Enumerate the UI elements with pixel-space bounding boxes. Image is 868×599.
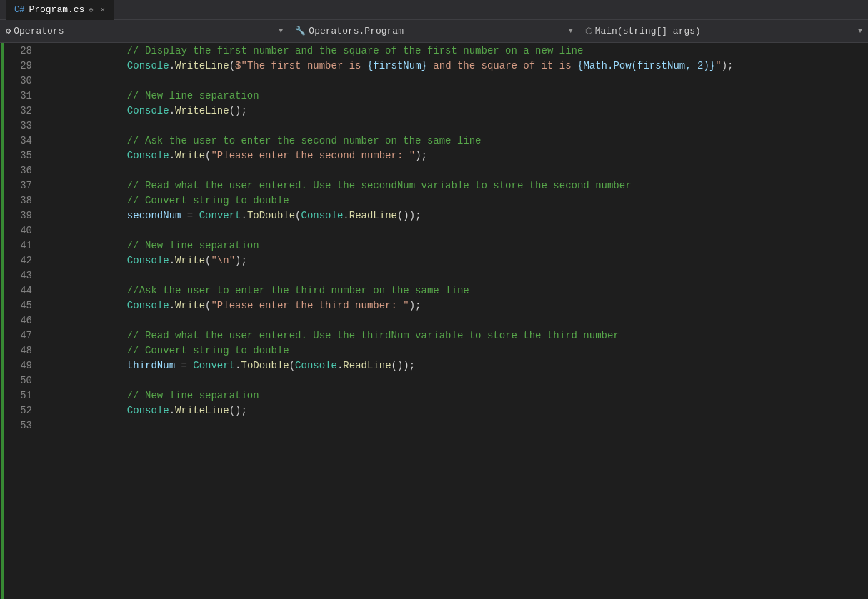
line-number: 34 (4, 134, 32, 149)
code-line: // Display the first number and the squa… (55, 44, 868, 59)
token-comment: // New line separation (127, 240, 259, 251)
token-class: Console (301, 210, 344, 221)
line-number: 30 (4, 74, 32, 89)
token-default: ( (229, 60, 235, 71)
method-icon: ⬡ (585, 26, 592, 36)
token-string: and the square of it is (427, 60, 577, 71)
token-string: "\n" (211, 255, 235, 266)
token-comment: // Display the first number and the squa… (127, 45, 584, 56)
token-default: . (169, 60, 175, 71)
code-line: Console.Write("\n"); (55, 253, 868, 268)
token-default: . (169, 300, 175, 311)
token-comment: // Read what the user entered. Use the t… (127, 330, 619, 341)
line-number: 39 (4, 208, 32, 223)
token-method: Write (175, 150, 205, 161)
token-class: Console (127, 105, 169, 116)
token-var: secondNum (127, 210, 181, 221)
token-method: WriteLine (175, 60, 229, 71)
method-dropdown[interactable]: ⬡ Main(string[] args) ▼ (579, 20, 868, 42)
method-selector[interactable]: ⬡ Main(string[] args) ▼ (579, 20, 868, 42)
line-number: 42 (4, 253, 32, 268)
token-method: Write (175, 255, 205, 266)
token-method: WriteLine (175, 405, 229, 416)
token-var: thirdNum (127, 360, 175, 371)
code-line: // New line separation (55, 89, 868, 104)
code-line (55, 223, 868, 238)
token-comment: // New line separation (127, 390, 259, 401)
line-number: 32 (4, 104, 32, 119)
change-indicator (1, 43, 4, 599)
token-class: Console (127, 150, 169, 161)
line-number: 47 (4, 328, 32, 343)
namespace-arrow: ▼ (279, 27, 283, 35)
code-editor: 2829303132333435363738394041424344454647… (0, 43, 868, 599)
line-number: 43 (4, 268, 32, 283)
tab-close-button[interactable]: × (100, 6, 105, 14)
token-class: Convert (199, 210, 241, 221)
token-default: ( (295, 210, 301, 221)
code-line (55, 74, 868, 89)
token-string: "Please enter the second number: " (211, 150, 415, 161)
class-selector[interactable]: 🔧 Operators.Program ▼ (289, 20, 579, 42)
token-interp: {firstNum} (367, 60, 427, 71)
token-default: . (169, 105, 175, 116)
token-comment: // Convert string to double (127, 345, 289, 356)
line-numbers-column: 2829303132333435363738394041424344454647… (4, 43, 41, 599)
token-comment: //Ask the user to enter the third number… (127, 285, 469, 296)
token-default: (); (229, 105, 247, 116)
class-dropdown[interactable]: 🔧 Operators.Program ▼ (289, 20, 578, 42)
token-class: Console (295, 360, 337, 371)
token-default: ); (235, 255, 247, 266)
token-default: (); (229, 405, 247, 416)
token-comment: // Read what the user entered. Use the s… (127, 180, 632, 191)
line-number: 46 (4, 313, 32, 328)
token-default: ); (722, 60, 734, 71)
code-line (55, 373, 868, 388)
token-default: . (169, 150, 175, 161)
token-default: . (169, 255, 175, 266)
namespace-icon: ⚙ (6, 26, 11, 36)
token-class: Console (127, 255, 169, 266)
code-line (55, 268, 868, 283)
namespace-dropdown[interactable]: ⚙ Operators ▼ (0, 20, 289, 42)
method-arrow: ▼ (858, 27, 862, 35)
line-number: 36 (4, 163, 32, 178)
class-arrow: ▼ (569, 27, 573, 35)
line-number: 29 (4, 59, 32, 74)
code-content-area[interactable]: // Display the first number and the squa… (52, 43, 868, 599)
editor-toolbar: ⚙ Operators ▼ 🔧 Operators.Program ▼ ⬡ Ma… (0, 20, 868, 43)
token-method: ToDouble (241, 360, 289, 371)
namespace-selector[interactable]: ⚙ Operators ▼ (0, 20, 289, 42)
token-default: . (241, 210, 246, 221)
line-number: 37 (4, 178, 32, 193)
code-line: Console.WriteLine(); (55, 403, 868, 418)
token-string: " (715, 60, 721, 71)
token-class: Convert (193, 360, 235, 371)
code-line (55, 418, 868, 433)
token-method: WriteLine (175, 105, 229, 116)
token-class: Console (127, 60, 169, 71)
file-tab[interactable]: C# Program.cs ⊕ × (6, 0, 114, 20)
code-line: secondNum = Convert.ToDouble(Console.Rea… (55, 208, 868, 223)
tab-pin-icon[interactable]: ⊕ (89, 6, 93, 14)
code-line: // Read what the user entered. Use the t… (55, 328, 868, 343)
token-default: ); (409, 300, 421, 311)
code-line (55, 163, 868, 178)
token-method: ReadLine (349, 210, 397, 221)
token-comment: // Ask the user to enter the second numb… (127, 135, 482, 146)
line-number: 41 (4, 238, 32, 253)
code-line: Console.WriteLine(); (55, 104, 868, 119)
class-text: Operators.Program (309, 26, 565, 36)
token-default: ); (415, 150, 427, 161)
token-default: ()); (391, 360, 416, 371)
left-accent-bar (0, 43, 4, 599)
token-method: Write (175, 300, 205, 311)
line-number: 28 (4, 44, 32, 59)
code-line: // Convert string to double (55, 193, 868, 208)
namespace-text: Operators (14, 26, 276, 36)
code-line: // New line separation (55, 388, 868, 403)
line-number: 51 (4, 388, 32, 403)
gutter (41, 43, 52, 599)
line-number: 50 (4, 373, 32, 388)
line-number: 45 (4, 298, 32, 313)
